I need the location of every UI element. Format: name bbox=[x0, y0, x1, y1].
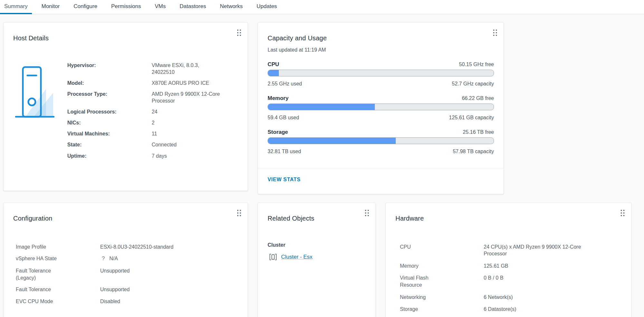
tab-vms[interactable]: VMs bbox=[151, 0, 170, 14]
row-value: 6 Datastore(s) bbox=[484, 306, 600, 313]
row-value: Connected bbox=[152, 141, 222, 148]
row-label: Fault Tolerance bbox=[16, 286, 71, 293]
meter-capacity-value: 125.61 GB capacity bbox=[449, 115, 494, 121]
row-value: ESXi-8.0U3-24022510-standard bbox=[100, 243, 174, 251]
table-row: CPU 24 CPU(s) x AMD Ryzen 9 9900X 12-Cor… bbox=[400, 243, 621, 257]
related-objects-card: Related Objects Cluster bbox=[258, 203, 376, 317]
meter-capacity-value: 52.7 GHz capacity bbox=[452, 81, 494, 87]
tab-networks[interactable]: Networks bbox=[216, 0, 247, 14]
meter-free-value: 66.22 GB free bbox=[462, 95, 494, 101]
hardware-card: Hardware CPU 24 CPU(s) x AMD Ryzen 9 990… bbox=[385, 203, 631, 317]
tab-permissions[interactable]: Permissions bbox=[107, 0, 145, 14]
configuration-title: Configuration bbox=[13, 215, 238, 222]
table-row: Model: X870E AORUS PRO ICE bbox=[67, 80, 222, 91]
row-value: X870E AORUS PRO ICE bbox=[152, 80, 222, 86]
cluster-link[interactable]: Cluster - Esx bbox=[281, 254, 312, 260]
host-icon bbox=[13, 62, 67, 163]
row-value: 2 bbox=[152, 119, 222, 126]
row-value: Disabled bbox=[100, 298, 120, 305]
row-value: 7 days bbox=[152, 153, 222, 159]
table-row: Virtual Machines: 11 bbox=[67, 130, 222, 141]
row-value: 24 CPU(s) x AMD Ryzen 9 9900X 12-Core Pr… bbox=[484, 243, 600, 257]
meter-capacity-value: 57.98 TB capacity bbox=[453, 149, 494, 154]
hardware-table: CPU 24 CPU(s) x AMD Ryzen 9 9900X 12-Cor… bbox=[395, 243, 621, 313]
drag-handle-icon[interactable] bbox=[237, 209, 242, 217]
view-stats-link[interactable]: VIEW STATS bbox=[268, 177, 300, 183]
row-value: 0 B / 0 B bbox=[484, 274, 600, 288]
table-row: Fault Tolerance Unsupported bbox=[16, 286, 238, 293]
table-row: vSphere HA State ? N/A bbox=[16, 255, 238, 263]
capacity-usage-title: Capacity and Usage bbox=[268, 35, 494, 42]
tab-datastores[interactable]: Datastores bbox=[175, 0, 210, 14]
storage-usage-bar bbox=[268, 137, 494, 144]
drag-handle-icon[interactable] bbox=[237, 29, 242, 36]
table-row: NICs: 2 bbox=[67, 119, 222, 130]
row-label: EVC CPU Mode bbox=[16, 298, 71, 305]
row-value: 24 bbox=[152, 108, 222, 115]
meter-name: CPU bbox=[268, 61, 279, 68]
meter-free-value: 25.16 TB free bbox=[463, 129, 494, 135]
configuration-table: Image Profile ESXi-8.0U3-24022510-standa… bbox=[13, 243, 238, 305]
tab-summary[interactable]: Summary bbox=[0, 0, 32, 14]
drag-handle-icon[interactable] bbox=[493, 29, 497, 36]
memory-usage-bar bbox=[268, 104, 494, 110]
row-label: Processor Type: bbox=[67, 91, 152, 104]
tab-monitor[interactable]: Monitor bbox=[37, 0, 64, 14]
storage-meter: Storage 25.16 TB free 32.81 TB used 57.9… bbox=[268, 129, 494, 154]
table-row: Uptime: 7 days bbox=[67, 153, 222, 163]
table-row: Fault Tolerance (Legacy) Unsupported bbox=[16, 267, 238, 281]
table-row: Memory 125.61 GB bbox=[400, 263, 621, 270]
row-label: Model: bbox=[67, 80, 152, 86]
storage-usage-bar-fill bbox=[268, 138, 396, 144]
drag-handle-icon[interactable] bbox=[620, 209, 625, 217]
object-tabbar: Summary Monitor Configure Permissions VM… bbox=[0, 0, 644, 14]
row-label: Uptime: bbox=[67, 153, 152, 159]
row-value: Unsupported bbox=[100, 267, 130, 281]
row-value: 125.61 GB bbox=[484, 263, 600, 270]
last-updated-text: Last updated at 11:19 AM bbox=[268, 47, 494, 53]
summary-content: Host Details bbox=[0, 14, 644, 317]
table-row: Virtual Flash Resource 0 B / 0 B bbox=[400, 274, 621, 288]
table-row: Storage 6 Datastore(s) bbox=[400, 306, 621, 313]
ha-state-value: N/A bbox=[109, 255, 118, 262]
cpu-usage-bar-fill bbox=[268, 70, 279, 76]
row-label: Logical Processors: bbox=[67, 108, 152, 115]
capacity-usage-card: Capacity and Usage Last updated at 11:19… bbox=[258, 22, 504, 194]
memory-meter: Memory 66.22 GB free 59.4 GB used 125.61… bbox=[268, 95, 494, 121]
cluster-link-row: Cluster - Esx bbox=[268, 253, 366, 261]
table-row: State: Connected bbox=[67, 141, 222, 152]
table-row: EVC CPU Mode Disabled bbox=[16, 298, 238, 305]
row-label: Memory bbox=[400, 263, 439, 270]
tab-updates[interactable]: Updates bbox=[252, 0, 281, 14]
hardware-title: Hardware bbox=[395, 215, 621, 222]
row-label: NICs: bbox=[67, 119, 152, 126]
row-label: Virtual Flash Resource bbox=[400, 274, 439, 288]
meter-free-value: 50.15 GHz free bbox=[459, 62, 494, 67]
row-value: Unsupported bbox=[100, 286, 130, 293]
row-value: ? N/A bbox=[100, 255, 118, 263]
table-row: Image Profile ESXi-8.0U3-24022510-standa… bbox=[16, 243, 238, 251]
meter-used-value: 2.55 GHz used bbox=[268, 81, 302, 87]
table-row: Networking 6 Network(s) bbox=[400, 294, 621, 301]
row-value: AMD Ryzen 9 9900X 12-Core Processor bbox=[152, 91, 222, 104]
related-objects-title: Related Objects bbox=[268, 215, 366, 222]
cpu-meter: CPU 50.15 GHz free 2.55 GHz used 52.7 GH… bbox=[268, 61, 494, 87]
meter-name: Storage bbox=[268, 129, 288, 135]
table-row: Processor Type: AMD Ryzen 9 9900X 12-Cor… bbox=[67, 91, 222, 108]
row-label: Virtual Machines: bbox=[67, 130, 152, 137]
row-value: 11 bbox=[152, 130, 222, 137]
cluster-group-label: Cluster bbox=[268, 242, 366, 248]
row-label: vSphere HA State bbox=[16, 255, 71, 263]
memory-usage-bar-fill bbox=[268, 104, 375, 110]
row-label: Image Profile bbox=[16, 243, 71, 251]
question-icon: ? bbox=[102, 255, 105, 263]
row-label: Networking bbox=[400, 294, 439, 301]
tab-configure[interactable]: Configure bbox=[69, 0, 101, 14]
drag-handle-icon[interactable] bbox=[365, 209, 369, 217]
cluster-icon bbox=[269, 253, 277, 261]
meter-used-value: 59.4 GB used bbox=[268, 115, 299, 121]
row-value: VMware ESXi, 8.0.3, 24022510 bbox=[152, 62, 222, 75]
configuration-card: Configuration Image Profile ESXi-8.0U3-2… bbox=[3, 203, 248, 317]
card-footer-divider bbox=[258, 168, 504, 168]
table-row: Hypervisor: VMware ESXi, 8.0.3, 24022510 bbox=[67, 62, 222, 80]
